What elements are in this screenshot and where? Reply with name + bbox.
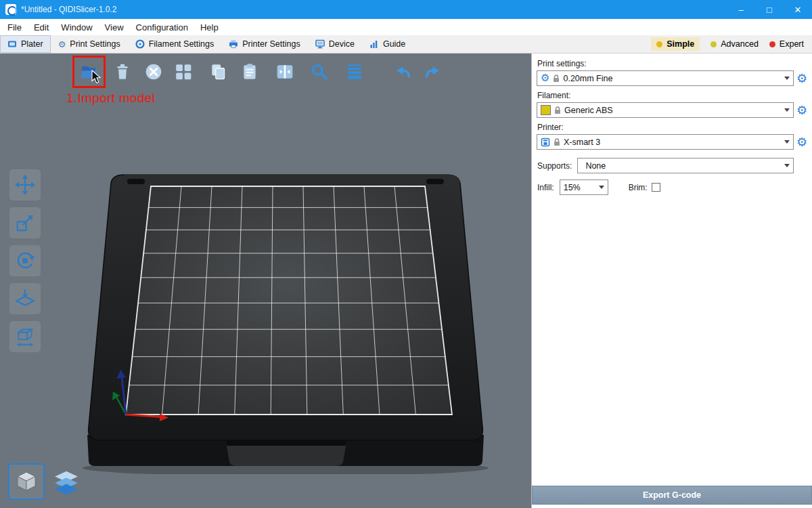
tab-guide[interactable]: Guide: [362, 35, 413, 53]
delete-icon: [113, 62, 132, 81]
tab-filament-settings[interactable]: Filament Settings: [128, 35, 222, 53]
brim-checkbox[interactable]: [652, 183, 660, 192]
paste-button[interactable]: [236, 58, 263, 85]
delete-all-button[interactable]: [140, 58, 167, 85]
printer-select[interactable]: X-smart 3: [537, 134, 794, 150]
copy-button[interactable]: [205, 58, 232, 85]
variable-layer-height-icon: [345, 62, 364, 81]
supports-select[interactable]: None: [577, 158, 794, 173]
mode-advanced-label: Advanced: [721, 39, 759, 49]
measure-icon: [14, 326, 36, 347]
search-icon: [310, 62, 329, 81]
move-icon: [14, 174, 36, 196]
menu-view[interactable]: View: [99, 20, 130, 35]
undo-icon: [393, 62, 412, 81]
place-on-face-tool-button[interactable]: [9, 283, 41, 314]
copy-icon: [209, 62, 228, 81]
filament-settings-tab-icon: [135, 39, 145, 49]
tab-plater[interactable]: Plater: [0, 35, 51, 53]
printer-icon: [541, 137, 550, 147]
application-window: *Untitled - QIDISlicer-1.0.2 – □ ✕ File …: [0, 0, 812, 508]
sliced-preview-button[interactable]: [50, 467, 83, 499]
tab-printer-settings-label: Printer Settings: [242, 39, 300, 49]
print-settings-select[interactable]: ⚙ 0.20mm Fine: [537, 70, 794, 86]
manipulation-toolbar: [9, 169, 41, 352]
split-button[interactable]: [271, 58, 298, 85]
preset-gear-icon: ⚙: [541, 73, 549, 83]
build-plate: [80, 169, 493, 474]
tab-print-settings[interactable]: ⚙ Print Settings: [51, 35, 128, 53]
tab-plater-label: Plater: [21, 39, 43, 49]
redo-button[interactable]: [420, 58, 447, 85]
scale-icon: [14, 212, 36, 234]
rotate-tool-button[interactable]: [9, 245, 41, 276]
delete-button[interactable]: [109, 58, 136, 85]
move-tool-button[interactable]: [9, 169, 41, 200]
split-icon: [275, 62, 294, 81]
printer-gear-button[interactable]: ⚙: [794, 136, 810, 148]
infill-label: Infill:: [537, 183, 554, 192]
delete-all-icon: [144, 62, 163, 81]
maximize-button[interactable]: □: [755, 0, 784, 19]
mode-simple[interactable]: Simple: [651, 37, 700, 51]
print-settings-gear-button[interactable]: ⚙: [794, 72, 810, 85]
window-title: *Untitled - QIDISlicer-1.0.2: [21, 5, 116, 14]
print-settings-value: 0.20mm Fine: [563, 74, 612, 83]
app-logo-icon: [5, 4, 16, 15]
chevron-down-icon: [599, 186, 604, 189]
filament-select[interactable]: Generic ABS: [537, 102, 794, 118]
undo-button[interactable]: [389, 58, 416, 85]
print-settings-tab-icon: ⚙: [58, 40, 66, 49]
tab-guide-label: Guide: [383, 39, 405, 49]
print-settings-label: Print settings:: [537, 59, 810, 68]
3d-view-cube-icon: [14, 469, 39, 494]
arrange-button[interactable]: [170, 58, 197, 85]
printer-label: Printer:: [537, 123, 810, 132]
lock-icon: [554, 106, 561, 114]
settings-sidebar: Print settings: ⚙ 0.20mm Fine ⚙ Filament…: [531, 54, 812, 508]
menu-bar: File Edit Window View Configuration Help: [0, 19, 812, 35]
chevron-down-icon: [784, 77, 790, 80]
arrange-icon: [174, 62, 193, 81]
infill-value: 15%: [564, 183, 581, 192]
scale-tool-button[interactable]: [9, 207, 41, 238]
chevron-down-icon: [784, 108, 790, 112]
rotate-icon: [14, 250, 36, 272]
menu-edit[interactable]: Edit: [28, 20, 55, 35]
measure-tool-button[interactable]: [9, 321, 41, 352]
mode-expert-label: Expert: [780, 39, 804, 49]
plater-icon: [7, 39, 17, 49]
layers-preview-icon: [52, 469, 81, 496]
variable-layer-height-button[interactable]: [341, 58, 368, 85]
menu-configuration[interactable]: Configuration: [130, 20, 194, 35]
filament-gear-button[interactable]: ⚙: [794, 104, 810, 117]
title-bar: *Untitled - QIDISlicer-1.0.2 – □ ✕: [0, 0, 812, 19]
close-button[interactable]: ✕: [784, 0, 812, 19]
menu-file[interactable]: File: [1, 20, 28, 35]
filament-value: Generic ABS: [564, 106, 613, 115]
brim-label: Brim:: [629, 183, 648, 192]
mouse-cursor: [91, 70, 102, 85]
menu-help[interactable]: Help: [194, 20, 225, 35]
minimize-button[interactable]: –: [727, 0, 755, 19]
tab-device[interactable]: Device: [308, 35, 362, 53]
menu-window[interactable]: Window: [55, 20, 98, 35]
tab-printer-settings[interactable]: Printer Settings: [221, 35, 307, 53]
search-button[interactable]: [306, 58, 333, 85]
mode-switcher: Simple Advanced Expert: [651, 35, 812, 53]
expert-mode-dot-icon: [769, 41, 775, 47]
export-gcode-button[interactable]: Export G-code: [532, 486, 812, 505]
guide-tab-icon: [369, 39, 379, 49]
lock-icon: [554, 138, 560, 146]
infill-select[interactable]: 15%: [560, 179, 608, 195]
printer-settings-tab-icon: [229, 39, 238, 49]
3d-editor-view-button[interactable]: [8, 463, 45, 500]
paste-icon: [240, 62, 259, 81]
3d-viewport[interactable]: 1.Import model: [0, 54, 531, 508]
simple-mode-dot-icon: [656, 41, 662, 47]
supports-label: Supports:: [537, 161, 572, 171]
annotation-text: 1.Import model: [66, 91, 155, 106]
mode-advanced[interactable]: Advanced: [710, 39, 759, 49]
tab-print-settings-label: Print Settings: [70, 39, 120, 49]
mode-expert[interactable]: Expert: [769, 39, 804, 49]
